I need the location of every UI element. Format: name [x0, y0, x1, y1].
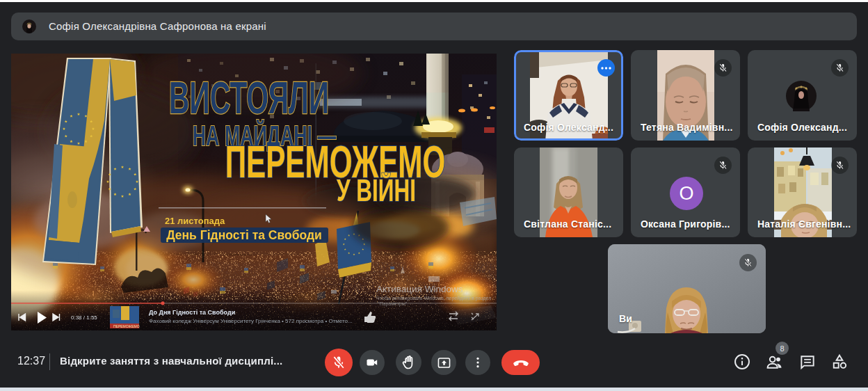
svg-text:Фаховий коледж Універсум Уніве: Фаховий коледж Універсум Університету Гр… [149, 318, 353, 324]
svg-text:До Дня Гідності та Свободи: До Дня Гідності та Свободи [149, 309, 235, 316]
svg-text:0:38 / 1:55: 0:38 / 1:55 [71, 314, 97, 321]
svg-text:У ВІЙНІ: У ВІЙНІ [337, 172, 416, 207]
svg-text:21 листопада: 21 листопада [165, 216, 225, 226]
svg-text:День Гідності та Свободи: День Гідності та Свободи [166, 228, 322, 242]
svg-text:ВИСТОЯЛИ: ВИСТОЯЛИ [169, 73, 329, 122]
svg-text:ПЕРЕМОЖЕМО: ПЕРЕМОЖЕМО [113, 324, 140, 328]
